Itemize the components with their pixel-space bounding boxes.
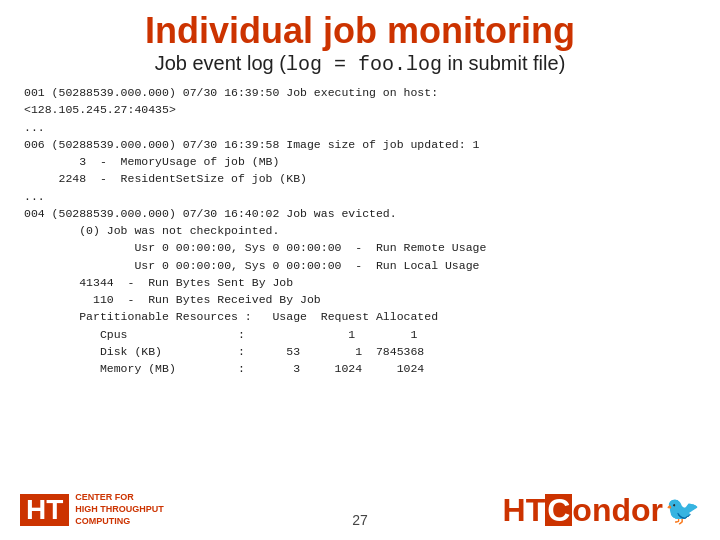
header: Individual job monitoring Job event log … <box>0 0 720 80</box>
page-container: Individual job monitoring Job event log … <box>0 0 720 540</box>
htcondor-box: C <box>545 494 572 526</box>
title-code: log = foo.log <box>286 53 442 76</box>
ht-text: CENTER FOR HIGH THROUGHPUT COMPUTING <box>75 492 164 527</box>
ht-line1: CENTER FOR <box>75 492 134 502</box>
log-text: 001 (50288539.000.000) 07/30 16:39:50 Jo… <box>24 84 696 377</box>
ht-box: HT <box>20 494 69 526</box>
ht-line2: HIGH THROUGHPUT <box>75 504 164 514</box>
ht-line3: COMPUTING <box>75 516 130 526</box>
ht-logo: HT CENTER FOR HIGH THROUGHPUT COMPUTING <box>20 492 164 527</box>
htcondor-bird-icon: 🐦 <box>665 494 700 527</box>
htcondor-logo: HTCondor 🐦 <box>503 492 700 529</box>
title-sub: Job event log (log = foo.log in submit f… <box>0 52 720 76</box>
htcondor-ht: HT <box>503 492 546 529</box>
htcondor-condor: ondor <box>572 492 663 529</box>
log-content: 001 (50288539.000.000) 07/30 16:39:50 Jo… <box>0 80 720 377</box>
title-sub-end: in submit file) <box>442 52 565 74</box>
title-sub-text: Job event log ( <box>155 52 286 74</box>
page-number: 27 <box>352 512 368 528</box>
title-main: Individual job monitoring <box>0 10 720 52</box>
footer: HT CENTER FOR HIGH THROUGHPUT COMPUTING … <box>0 480 720 540</box>
